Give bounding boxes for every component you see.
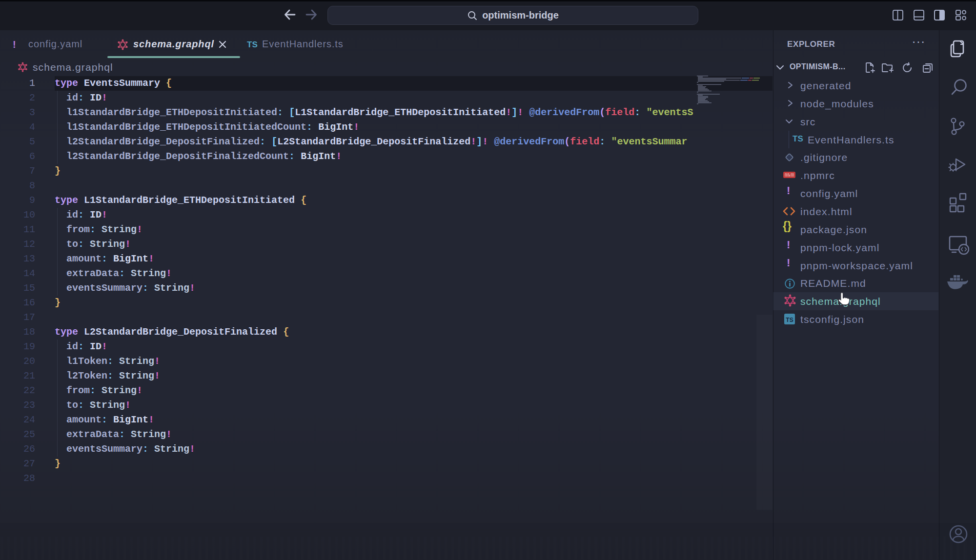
svg-text:TS: TS	[786, 317, 793, 323]
